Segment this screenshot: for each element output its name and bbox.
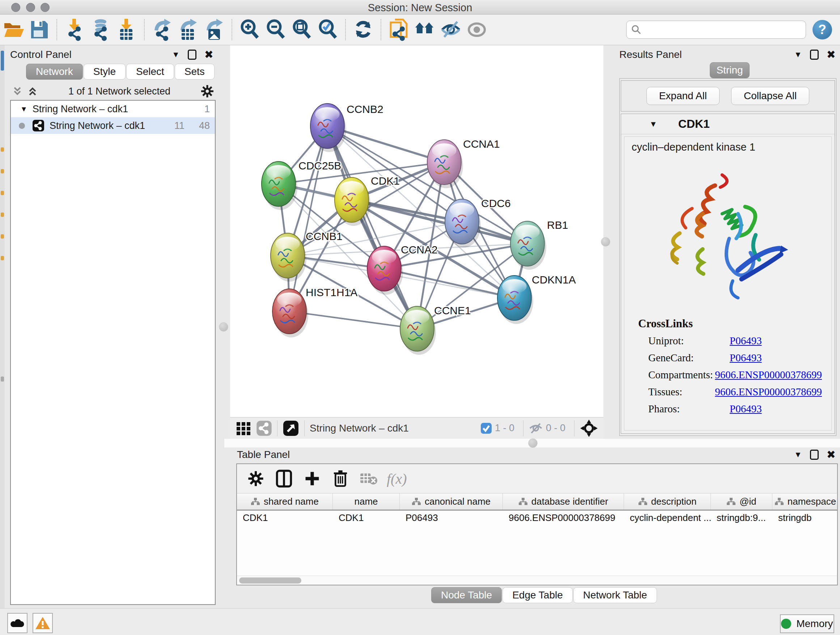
zoom-out-icon[interactable]: [265, 19, 286, 41]
network-row[interactable]: String Network – cdk1 11 48: [11, 117, 215, 134]
crosslink-link[interactable]: P06493: [729, 335, 762, 347]
crosslink-link[interactable]: P06493: [729, 403, 762, 415]
node-CCNB1[interactable]: CCNB1: [271, 230, 343, 282]
zoom-selected-icon[interactable]: [317, 19, 339, 41]
column-header-namespace[interactable]: namespace: [772, 494, 838, 510]
table-hscrollbar[interactable]: [237, 576, 837, 585]
search-field[interactable]: [626, 21, 806, 39]
crosslink-link[interactable]: P06493: [729, 352, 762, 364]
network-share-icon[interactable]: [256, 420, 272, 436]
tab-sets[interactable]: Sets: [175, 64, 215, 80]
fit-selected-crosshair-icon[interactable]: [579, 419, 598, 438]
node-CCNB2[interactable]: CCNB2: [310, 103, 384, 152]
control-panel-float-icon[interactable]: [188, 50, 196, 60]
search-input[interactable]: [642, 24, 794, 35]
bottom-splitter-handle[interactable]: [528, 439, 538, 448]
table-row[interactable]: CDK1CDK1P064939606.ENSP00000378699cyclin…: [237, 510, 837, 525]
crosslink-label: Uniprot:: [648, 335, 729, 347]
hidden-eye-icon[interactable]: [529, 422, 543, 434]
tab-network[interactable]: Network: [26, 64, 83, 80]
create-column-plus-icon[interactable]: [302, 469, 322, 489]
open-external-icon[interactable]: [283, 420, 299, 437]
column-header-database-identifier[interactable]: database identifier: [503, 494, 624, 510]
network-view-statusbar: String Network – cdk1 1 - 0 0 - 0: [230, 417, 603, 439]
network-edges[interactable]: [279, 126, 527, 329]
network-options-gear-icon[interactable]: [201, 84, 214, 98]
left-splitter-handle[interactable]: [219, 322, 228, 332]
table-cell[interactable]: CDK1: [333, 510, 400, 525]
column-header-shared-name[interactable]: shared name: [237, 494, 333, 510]
node-CDC6[interactable]: CDC6: [445, 197, 511, 248]
crosslink-link[interactable]: 9606.ENSP00000378699: [715, 386, 822, 398]
column-header-description[interactable]: description: [624, 494, 711, 510]
results-panel-menu-icon[interactable]: ▼: [794, 50, 802, 59]
node-CDKN1A[interactable]: CDKN1A: [497, 274, 576, 324]
table-cell[interactable]: CDK1: [237, 510, 333, 525]
export-image-icon[interactable]: [203, 19, 225, 41]
table-panel-float-icon[interactable]: [810, 450, 819, 460]
warnings-button[interactable]: [33, 613, 53, 633]
zoom-fit-icon[interactable]: [291, 19, 313, 41]
import-table-file-icon[interactable]: [116, 19, 137, 41]
results-panel-close-icon[interactable]: ✖: [827, 49, 836, 60]
network-collection-row[interactable]: ▼ String Network – cdk1 1: [11, 101, 215, 117]
birdseye-grid-icon[interactable]: [236, 421, 251, 436]
function-builder-icon[interactable]: f(x): [387, 469, 407, 489]
table-cell[interactable]: cyclin-dependent ...: [624, 510, 711, 525]
table-cell[interactable]: stringdb: [772, 510, 838, 525]
crosslink-link[interactable]: 9606.ENSP00000378699: [715, 369, 822, 381]
protein-expander-icon[interactable]: ▼: [649, 119, 657, 129]
table-cell[interactable]: P06493: [400, 510, 503, 525]
tree-expander-icon[interactable]: ▼: [20, 105, 27, 113]
collapse-all-icon[interactable]: [11, 86, 23, 97]
apply-layout-icon[interactable]: [352, 19, 374, 41]
memory-button[interactable]: Memory: [780, 614, 834, 633]
hide-selected-icon[interactable]: [440, 19, 462, 41]
column-header-name[interactable]: name: [333, 494, 400, 510]
table-cell[interactable]: stringdb:9...: [711, 510, 772, 525]
control-panel-close-icon[interactable]: ✖: [204, 49, 213, 60]
column-header--id[interactable]: @id: [711, 494, 772, 510]
results-panel-float-icon[interactable]: [810, 50, 819, 60]
zoom-in-icon[interactable]: [239, 19, 261, 41]
node-RB1[interactable]: RB1: [510, 219, 568, 270]
toolbar-separator: [144, 19, 145, 40]
column-header-canonical-name[interactable]: canonical name: [400, 494, 503, 510]
tab-string[interactable]: String: [710, 62, 750, 78]
collapse-all-button[interactable]: Collapse All: [731, 87, 809, 105]
expand-all-icon[interactable]: [27, 86, 38, 97]
cloud-button[interactable]: [7, 613, 27, 633]
show-all-icon[interactable]: [466, 19, 488, 41]
open-file-icon[interactable]: [2, 19, 24, 41]
export-network-icon[interactable]: [151, 19, 173, 41]
right-splitter-handle[interactable]: [601, 237, 610, 247]
node-HIST1H1A[interactable]: HIST1H1A: [272, 287, 357, 337]
delete-column-trash-icon[interactable]: [330, 469, 351, 489]
control-panel-menu-icon[interactable]: ▼: [172, 50, 180, 59]
tab-select[interactable]: Select: [126, 64, 174, 80]
help-button[interactable]: ?: [813, 20, 832, 40]
import-network-file-icon[interactable]: [64, 19, 85, 41]
expand-all-button[interactable]: Expand All: [646, 87, 720, 105]
network-from-selection-icon[interactable]: [388, 19, 409, 41]
protein-section-header[interactable]: ▼ CDK1: [621, 114, 835, 134]
show-columns-icon[interactable]: [274, 469, 294, 489]
tab-network-table[interactable]: Network Table: [573, 587, 657, 603]
node-CCNE1[interactable]: CCNE1: [400, 304, 471, 355]
node-CDK1[interactable]: CDK1: [335, 175, 400, 226]
table-hscrollbar-thumb[interactable]: [239, 578, 302, 584]
export-table-icon[interactable]: [177, 19, 199, 41]
import-network-database-icon[interactable]: [90, 19, 111, 41]
table-cell[interactable]: 9606.ENSP00000378699: [503, 510, 624, 525]
tab-node-table[interactable]: Node Table: [431, 587, 502, 603]
delete-table-icon[interactable]: [358, 469, 379, 489]
tab-edge-table[interactable]: Edge Table: [502, 587, 573, 603]
table-panel-menu-icon[interactable]: ▼: [794, 450, 802, 459]
first-neighbors-icon[interactable]: [414, 19, 436, 41]
network-canvas[interactable]: CCNB2 CCNA1 CDC25B: [230, 45, 603, 417]
save-session-icon[interactable]: [28, 19, 50, 41]
tab-style[interactable]: Style: [84, 64, 126, 80]
table-options-gear-icon[interactable]: [246, 469, 266, 489]
selected-checkbox-icon[interactable]: [480, 423, 492, 434]
table-panel-close-icon[interactable]: ✖: [827, 449, 836, 460]
